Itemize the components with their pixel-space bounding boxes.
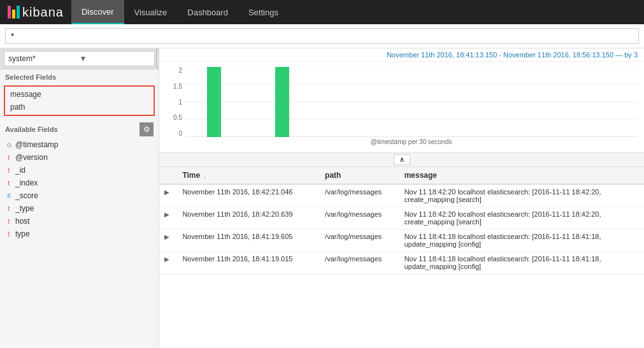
avail-field-host-label: host xyxy=(15,217,30,226)
chart-inner: 18:42:00 18:43:00 18:44:00 18:45:00 18:4… xyxy=(185,67,638,150)
expand-cell-0: ▶ xyxy=(159,184,177,207)
y-axis: 2 1.5 1 0.5 0 xyxy=(166,67,185,150)
th-message: message xyxy=(399,167,644,184)
index-label: system* xyxy=(8,54,80,63)
td-message-1: Nov 11 18:42:20 localhost elasticsearch:… xyxy=(399,207,644,229)
expand-button-3[interactable]: ▶ xyxy=(164,256,169,263)
td-path-1: /var/log/messages xyxy=(320,207,399,229)
index-selector[interactable]: system* ▼ xyxy=(4,51,155,66)
y-label-1: 1 xyxy=(178,99,182,106)
gear-button[interactable]: ⚙ xyxy=(140,122,154,136)
t-icon-id: t xyxy=(5,167,13,174)
chart-collapse-bar: ∧ xyxy=(159,153,644,167)
t-icon-type2: t xyxy=(5,231,13,238)
table-row: ▶ November 11th 2016, 18:42:21.046 /var/… xyxy=(159,184,644,207)
main-layout: system* ▼ ‹ Selected Fields message path… xyxy=(0,48,644,348)
avail-field-timestamp[interactable]: ⊙ @timestamp xyxy=(0,138,159,151)
t-icon-index: t xyxy=(5,180,13,187)
avail-field-type2-label: type xyxy=(15,229,30,238)
selected-field-path[interactable]: path xyxy=(5,101,154,113)
x-axis-label: @timestamp per 30 seconds xyxy=(185,138,638,145)
avail-field-type-label: _type xyxy=(15,204,34,213)
content-area: November 11th 2016, 18:41:13.150 - Novem… xyxy=(159,48,644,348)
td-time-2: November 11th 2016, 18:41:19.605 xyxy=(177,229,320,252)
expand-button-0[interactable]: ▶ xyxy=(164,189,169,196)
selected-field-message-label: message xyxy=(10,90,41,99)
td-path-0: /var/log/messages xyxy=(320,184,399,207)
td-time-0: November 11th 2016, 18:42:21.046 xyxy=(177,184,320,207)
avail-field-score-label: _score xyxy=(15,191,38,200)
avail-field-id-label: _id xyxy=(15,166,25,175)
y-label-1-5: 1.5 xyxy=(173,83,182,90)
table-row: ▶ November 11th 2016, 18:42:20.639 /var/… xyxy=(159,207,644,229)
search-bar xyxy=(0,24,644,48)
nav-item-visualize[interactable]: Visualize xyxy=(124,0,178,24)
sort-arrow-icon: ↓ xyxy=(204,173,207,179)
kibana-logo: kibana xyxy=(0,0,71,24)
avail-field-version-label: @version xyxy=(15,153,48,162)
y-label-0-5: 0.5 xyxy=(173,114,182,121)
collapse-chart-button[interactable]: ∧ xyxy=(394,154,410,165)
td-time-3: November 11th 2016, 18:41:19.015 xyxy=(177,252,320,274)
logo-bar-2 xyxy=(12,10,15,18)
avail-field-type[interactable]: t _type xyxy=(0,202,159,215)
available-fields-header: Available Fields ⚙ xyxy=(0,119,159,138)
y-label-2: 2 xyxy=(178,67,182,74)
data-table: Time ↓ path message ▶ November 11th 2016… xyxy=(159,167,644,274)
nav-item-dashboard[interactable]: Dashboard xyxy=(177,0,238,24)
avail-field-index[interactable]: t _index xyxy=(0,177,159,189)
td-path-3: /var/log/messages xyxy=(320,252,399,274)
avail-field-id[interactable]: t _id xyxy=(0,164,159,177)
expand-cell-2: ▶ xyxy=(159,229,177,252)
search-input[interactable] xyxy=(5,28,639,44)
avail-field-host[interactable]: t host xyxy=(0,215,159,228)
t-icon-host: t xyxy=(5,218,13,225)
chart-svg: 18:42:00 18:43:00 18:44:00 18:45:00 18:4… xyxy=(185,67,638,137)
td-message-0: Nov 11 18:42:20 localhost elasticsearch:… xyxy=(399,184,644,207)
results-table: Time ↓ path message ▶ November 11th 2016… xyxy=(159,167,644,348)
th-time[interactable]: Time ↓ xyxy=(177,167,320,184)
chart-bar-1 xyxy=(207,67,221,137)
logo-bar-3 xyxy=(17,6,20,18)
clock-icon: ⊙ xyxy=(5,141,13,149)
selected-field-message[interactable]: message xyxy=(5,88,154,101)
top-nav: kibana Discover Visualize Dashboard Sett… xyxy=(0,0,644,24)
table-row: ▶ November 11th 2016, 18:41:19.015 /var/… xyxy=(159,252,644,274)
nav-item-settings[interactable]: Settings xyxy=(238,0,289,24)
time-range-text: November 11th 2016, 18:41:13.150 - Novem… xyxy=(387,51,638,59)
chart-container: 2 1.5 1 0.5 0 xyxy=(166,67,638,150)
selected-field-path-label: path xyxy=(10,103,25,112)
expand-button-1[interactable]: ▶ xyxy=(164,211,169,218)
selected-fields-title: Selected Fields xyxy=(0,69,159,83)
td-path-2: /var/log/messages xyxy=(320,229,399,252)
available-fields-title: Available Fields xyxy=(5,126,58,133)
time-range: November 11th 2016, 18:41:13.150 - Novem… xyxy=(159,48,644,62)
logo-bars xyxy=(8,6,20,18)
nav-item-discover[interactable]: Discover xyxy=(71,0,124,24)
th-expand xyxy=(159,167,177,184)
nav-items: Discover Visualize Dashboard Settings xyxy=(71,0,289,24)
avail-field-timestamp-label: @timestamp xyxy=(15,140,59,149)
y-label-0: 0 xyxy=(178,130,182,137)
avail-field-score[interactable]: # _score xyxy=(0,189,159,202)
chart-area: 2 1.5 1 0.5 0 xyxy=(159,62,644,153)
sidebar: system* ▼ ‹ Selected Fields message path… xyxy=(0,48,159,348)
t-icon-type: t xyxy=(5,205,13,212)
logo-text: kibana xyxy=(22,5,64,20)
th-path: path xyxy=(320,167,399,184)
table-row: ▶ November 11th 2016, 18:41:19.605 /var/… xyxy=(159,229,644,252)
td-time-1: November 11th 2016, 18:42:20.639 xyxy=(177,207,320,229)
avail-field-version[interactable]: t @version xyxy=(0,151,159,164)
selected-fields-list: message path xyxy=(4,85,155,116)
expand-cell-3: ▶ xyxy=(159,252,177,274)
expand-cell-1: ▶ xyxy=(159,207,177,229)
table-header-row: Time ↓ path message xyxy=(159,167,644,184)
td-message-3: Nov 11 18:41:18 localhost elasticsearch:… xyxy=(399,252,644,274)
dropdown-arrow-icon: ▼ xyxy=(80,54,151,63)
t-icon-version: t xyxy=(5,154,13,161)
logo-bar-1 xyxy=(8,6,11,18)
avail-field-type2[interactable]: t type xyxy=(0,228,159,240)
hash-icon-score: # xyxy=(5,192,13,199)
td-message-2: Nov 11 18:41:18 localhost elasticsearch:… xyxy=(399,229,644,252)
expand-button-2[interactable]: ▶ xyxy=(164,233,169,240)
